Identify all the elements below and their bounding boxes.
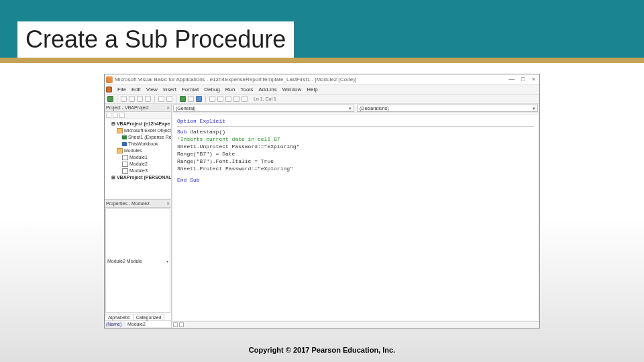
redo-icon[interactable] xyxy=(166,96,172,102)
properties-panel-header: Properties - Module2 × xyxy=(105,200,171,208)
code-keyword: End Sub xyxy=(177,177,200,183)
properties-panel-title: Properties - Module2 xyxy=(106,201,150,206)
properties-icon[interactable] xyxy=(225,96,231,102)
modules-folder[interactable]: Modules xyxy=(106,147,170,154)
property-row-name[interactable]: (Name) Module2 xyxy=(105,321,171,328)
object-browser-icon[interactable] xyxy=(233,96,239,102)
slide-header: Create a Sub Procedure xyxy=(0,0,644,58)
property-value[interactable]: Module2 xyxy=(126,321,171,327)
window-controls: — □ × xyxy=(508,76,538,82)
sheet-node[interactable]: Sheet1 (Expense Re xyxy=(106,134,170,141)
run-icon[interactable] xyxy=(180,96,186,102)
procedure-combo[interactable]: (Declarations) xyxy=(357,105,538,112)
object-combo[interactable]: (General) xyxy=(173,105,354,112)
excel-objects-folder[interactable]: Microsoft Excel Objects xyxy=(106,127,170,134)
accent-bar xyxy=(0,58,644,63)
project-panel-title: Project - VBAProject xyxy=(106,105,149,110)
menu-run[interactable]: Run xyxy=(225,86,235,93)
left-column: Project - VBAProject × ⊟ VBAProject (e12… xyxy=(105,104,172,328)
main-area: Project - VBAProject × ⊟ VBAProject (e12… xyxy=(105,104,539,328)
project-tree[interactable]: ⊟ VBAProject (e12h4Expe Microsoft Excel … xyxy=(105,119,171,200)
toolbar-sep xyxy=(117,96,117,103)
close-panel-icon[interactable]: × xyxy=(166,200,170,206)
menu-tools[interactable]: Tools xyxy=(241,86,254,93)
copy-icon[interactable] xyxy=(137,96,143,102)
code-keyword: Sub xyxy=(177,129,186,135)
tab-categorized[interactable]: Categorized xyxy=(133,314,165,320)
code-line: Range("B7").Font.Italic = True xyxy=(177,158,534,165)
view-code-icon[interactable] xyxy=(106,113,111,118)
maximize-icon[interactable]: □ xyxy=(521,76,525,82)
vba-app-icon xyxy=(106,76,113,83)
project-root[interactable]: ⊟ VBAProject (e12h4Expe xyxy=(106,121,170,127)
minimize-icon[interactable]: — xyxy=(508,76,515,82)
toolbar-sep xyxy=(205,96,206,103)
slide-title: Create a Sub Procedure xyxy=(17,21,294,58)
toolbar-sep xyxy=(176,96,176,103)
view-excel-icon[interactable] xyxy=(107,96,113,102)
excel-host-icon[interactable] xyxy=(106,86,112,93)
menu-edit[interactable]: Edit xyxy=(131,86,141,93)
module1-node[interactable]: Module1 xyxy=(106,154,170,161)
code-line: Option Explicit xyxy=(177,118,225,124)
toolbar-sep xyxy=(154,96,155,103)
standard-toolbar: Ln 1, Col 1 xyxy=(105,95,539,104)
undo-icon[interactable] xyxy=(158,96,164,102)
cut-icon[interactable] xyxy=(129,96,135,102)
code-editor[interactable]: Option Explicit Sub datestamp() 'Inserts… xyxy=(172,114,539,320)
cursor-position: Ln 1, Col 1 xyxy=(254,97,276,101)
vba-window: Microsoft Visual Basic for Applications … xyxy=(104,74,540,328)
menu-file[interactable]: File xyxy=(117,86,126,93)
project-explorer-icon[interactable] xyxy=(217,96,223,102)
menubar: File Edit View Insert Format Debug Run T… xyxy=(105,85,539,95)
close-panel-icon[interactable]: × xyxy=(166,105,170,111)
module2-node[interactable]: Module2 xyxy=(106,161,170,168)
project-panel-toolbar xyxy=(105,112,171,119)
paste-icon[interactable] xyxy=(145,96,151,102)
code-footer xyxy=(172,321,539,328)
project-panel-header: Project - VBAProject × xyxy=(105,104,171,112)
titlebar: Microsoft Visual Basic for Applications … xyxy=(105,74,539,85)
code-text: datestamp() xyxy=(186,129,225,135)
window-title: Microsoft Visual Basic for Applications … xyxy=(115,76,508,82)
menu-insert[interactable]: Insert xyxy=(163,86,176,93)
menu-format[interactable]: Format xyxy=(182,86,199,93)
code-line: Sheet1.Protect Password:="eXploring" xyxy=(177,165,534,172)
view-object-icon[interactable] xyxy=(113,113,118,118)
code-editor-area: (General) (Declarations) Option Explicit… xyxy=(172,104,539,328)
code-line: Sheet1.Unprotect Password:="eXploring" xyxy=(177,143,534,150)
code-divider xyxy=(177,126,534,127)
reset-icon[interactable] xyxy=(196,96,202,102)
personal-project[interactable]: ⊞ VBAProject (PERSONAL. xyxy=(106,174,170,181)
properties-panel: Module2 Module Alphabetic Categorized (N… xyxy=(105,208,171,328)
design-mode-icon[interactable] xyxy=(209,96,215,102)
menu-help[interactable]: Help xyxy=(307,86,317,93)
menu-addins[interactable]: Add-Ins xyxy=(258,86,277,93)
code-line: Range("B7") = Date xyxy=(177,150,534,158)
code-comment: 'Inserts current date in cell B7 xyxy=(177,135,534,143)
copyright-text: Copyright © 2017 Pearson Education, Inc. xyxy=(0,346,644,354)
properties-tabs: Alphabetic Categorized xyxy=(105,314,171,321)
module3-node[interactable]: Module3 xyxy=(106,168,170,174)
code-combo-row: (General) (Declarations) xyxy=(172,104,539,113)
property-key: (Name) xyxy=(105,321,126,327)
break-icon[interactable] xyxy=(188,96,194,102)
menu-window[interactable]: Window xyxy=(282,86,301,93)
toolbox-icon[interactable] xyxy=(241,96,248,102)
full-module-view-icon[interactable] xyxy=(179,322,184,327)
module-combo[interactable]: Module2 Module xyxy=(105,208,170,313)
save-icon[interactable] xyxy=(121,96,127,102)
procedure-view-icon[interactable] xyxy=(173,322,178,327)
workbook-node[interactable]: ThisWorkbook xyxy=(106,141,170,147)
tab-alphabetic[interactable]: Alphabetic xyxy=(105,314,133,320)
toggle-folders-icon[interactable] xyxy=(119,113,125,118)
menu-debug[interactable]: Debug xyxy=(204,86,220,93)
close-icon[interactable]: × xyxy=(532,76,535,82)
menu-view[interactable]: View xyxy=(146,86,158,93)
